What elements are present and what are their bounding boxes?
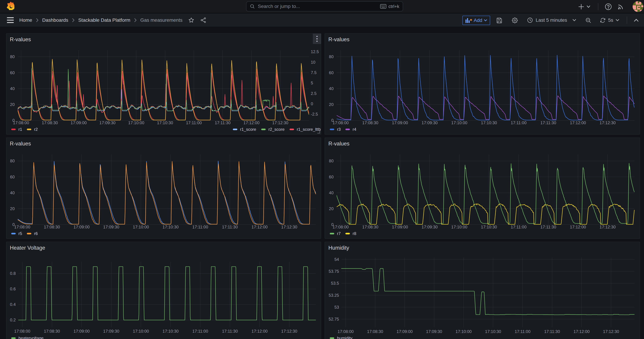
svg-text:17:11:30: 17:11:30: [215, 120, 230, 125]
svg-text:2.5: 2.5: [311, 91, 316, 96]
svg-text:20: 20: [10, 206, 15, 211]
svg-text:80: 80: [10, 158, 15, 163]
svg-text:17:10:00: 17:10:00: [133, 224, 149, 229]
svg-text:17:11:30: 17:11:30: [540, 120, 556, 125]
svg-text:17:10:30: 17:10:30: [162, 329, 178, 334]
svg-text:R-values: R-values: [10, 36, 31, 42]
svg-text:r2: r2: [34, 127, 38, 132]
svg-text:17:12:30: 17:12:30: [272, 120, 288, 125]
svg-text:17:08:00: 17:08:00: [332, 120, 348, 125]
svg-text:17:10:00: 17:10:00: [133, 329, 149, 334]
svg-text:17:09:00: 17:09:00: [74, 329, 90, 334]
svg-text:17:11:00: 17:11:00: [511, 120, 526, 125]
svg-text:R-values: R-values: [10, 140, 31, 147]
svg-text:heatervoltage: heatervoltage: [18, 336, 44, 339]
svg-text:17:08:30: 17:08:30: [362, 120, 378, 125]
svg-text:53.25: 53.25: [329, 293, 339, 298]
svg-text:17:10:00: 17:10:00: [451, 120, 467, 125]
svg-text:17:12:00: 17:12:00: [252, 329, 268, 334]
svg-text:17:12:00: 17:12:00: [243, 120, 260, 125]
svg-text:17:12:30: 17:12:30: [603, 329, 619, 334]
svg-text:53: 53: [334, 305, 339, 310]
svg-text:0.6: 0.6: [10, 286, 16, 291]
svg-text:80: 80: [329, 158, 334, 163]
svg-text:17:11:30: 17:11:30: [222, 224, 238, 229]
svg-text:10: 10: [311, 60, 316, 64]
svg-text:17:12:30: 17:12:30: [600, 224, 616, 229]
svg-text:17:10:30: 17:10:30: [162, 224, 178, 229]
svg-text:60: 60: [10, 70, 15, 75]
svg-text:R-values: R-values: [328, 36, 350, 42]
svg-text:Humidity: Humidity: [328, 245, 349, 251]
svg-text:r6: r6: [34, 231, 38, 236]
svg-text:R-values: R-values: [328, 140, 350, 147]
svg-text:r1_score: r1_score: [240, 127, 256, 132]
svg-text:17:08:30: 17:08:30: [44, 224, 60, 229]
svg-text:17:11:00: 17:11:00: [192, 329, 208, 334]
svg-text:17:10:00: 17:10:00: [451, 224, 467, 229]
svg-text:20: 20: [329, 102, 334, 107]
svg-text:17:08:00: 17:08:00: [14, 329, 30, 334]
svg-text:40: 40: [10, 86, 15, 91]
svg-text:20: 20: [10, 102, 15, 107]
svg-text:17:10:30: 17:10:30: [481, 224, 497, 229]
svg-text:17:09:00: 17:09:00: [70, 120, 86, 125]
svg-text:80: 80: [329, 54, 334, 59]
svg-text:r7: r7: [337, 231, 341, 236]
svg-text:17:11:30: 17:11:30: [544, 329, 560, 334]
svg-text:17:09:30: 17:09:30: [99, 120, 116, 125]
svg-text:40: 40: [329, 86, 334, 91]
svg-text:r4: r4: [353, 127, 356, 132]
svg-text:60: 60: [10, 174, 15, 179]
svg-text:17:11:00: 17:11:00: [511, 224, 526, 229]
svg-text:53.75: 53.75: [329, 269, 339, 274]
svg-text:17:08:00: 17:08:00: [332, 224, 348, 229]
svg-text:17:12:00: 17:12:00: [574, 329, 590, 334]
svg-text:r2_score: r2_score: [268, 127, 284, 132]
svg-text:17:10:30: 17:10:30: [157, 120, 173, 125]
svg-text:17:09:30: 17:09:30: [426, 329, 442, 334]
svg-text:17:09:00: 17:09:00: [74, 224, 90, 229]
svg-text:humidity: humidity: [337, 336, 352, 339]
svg-text:17:12:00: 17:12:00: [252, 224, 268, 229]
svg-text:54: 54: [334, 257, 339, 262]
svg-text:17:09:30: 17:09:30: [422, 120, 438, 125]
svg-text:0.8: 0.8: [10, 271, 16, 276]
svg-text:7.5: 7.5: [311, 70, 316, 75]
svg-text:17:10:00: 17:10:00: [128, 120, 144, 125]
svg-text:17:11:00: 17:11:00: [192, 224, 208, 229]
svg-text:17:08:00: 17:08:00: [13, 120, 29, 125]
svg-text:12.5: 12.5: [311, 49, 319, 54]
svg-text:17:10:00: 17:10:00: [456, 329, 472, 334]
svg-text:17:08:30: 17:08:30: [44, 329, 60, 334]
svg-text:0.2: 0.2: [10, 318, 16, 322]
svg-text:60: 60: [329, 70, 334, 75]
svg-text:0: 0: [311, 102, 313, 106]
svg-text:80: 80: [10, 54, 15, 59]
svg-text:40: 40: [329, 190, 334, 195]
svg-text:17:12:30: 17:12:30: [600, 120, 616, 125]
svg-text:40: 40: [10, 190, 15, 195]
svg-text:-2.5: -2.5: [311, 112, 318, 116]
svg-text:r1: r1: [18, 127, 22, 132]
svg-text:20: 20: [329, 206, 334, 211]
svg-text:Heater Voltage: Heater Voltage: [10, 245, 45, 251]
svg-text:17:12:30: 17:12:30: [281, 329, 297, 334]
svg-text:17:11:30: 17:11:30: [540, 224, 556, 229]
svg-text:17:09:00: 17:09:00: [392, 224, 408, 229]
svg-text:r1_score_lttb: r1_score_lttb: [297, 127, 321, 132]
svg-text:17:08:30: 17:08:30: [42, 120, 58, 125]
svg-text:17:09:00: 17:09:00: [396, 329, 412, 334]
svg-text:52.75: 52.75: [329, 317, 339, 322]
svg-text:53.5: 53.5: [331, 281, 339, 286]
svg-text:17:10:30: 17:10:30: [485, 329, 501, 334]
svg-text:17:09:30: 17:09:30: [422, 224, 438, 229]
svg-text:17:08:30: 17:08:30: [362, 224, 378, 229]
svg-text:17:12:00: 17:12:00: [570, 120, 586, 125]
svg-text:17:11:30: 17:11:30: [222, 329, 238, 334]
svg-text:17:08:00: 17:08:00: [338, 329, 354, 334]
svg-text:17:12:00: 17:12:00: [570, 224, 586, 229]
svg-text:0.4: 0.4: [10, 302, 16, 307]
svg-text:17:12:30: 17:12:30: [281, 224, 297, 229]
svg-text:r5: r5: [18, 231, 22, 236]
